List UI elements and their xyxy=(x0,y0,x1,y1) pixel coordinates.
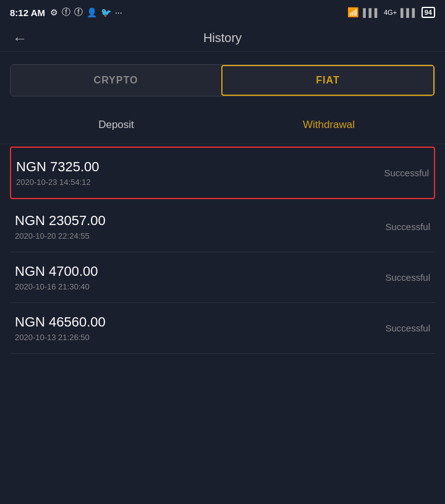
tab-crypto[interactable]: CRYPTO xyxy=(11,65,221,96)
transaction-amount: NGN 4700.00 xyxy=(15,263,98,280)
sub-tabs: Deposit Withdrawal xyxy=(0,109,445,144)
transaction-amount: NGN 7325.00 xyxy=(16,159,100,175)
back-button[interactable]: ← xyxy=(12,30,27,47)
transaction-status: Successful xyxy=(385,323,430,333)
transaction-item[interactable]: NGN 46560.00 2020-10-13 21:26:50 Success… xyxy=(10,303,435,354)
nav-bar: ← History xyxy=(0,25,445,52)
page-title: History xyxy=(203,31,242,45)
status-bar: 8:12 AM ⚙ ⓕ ⓕ 👤 🐦 ··· 📶 ▌▌▌ 4G+ ▌▌▌ 94 xyxy=(0,0,445,25)
4g-label: 4G+ xyxy=(384,9,397,16)
signal-icon: ▌▌▌ xyxy=(363,8,380,17)
facebook-icon: ⓕ xyxy=(62,7,70,18)
transaction-item[interactable]: NGN 23057.00 2020-10-20 22:24:55 Success… xyxy=(10,202,435,252)
subtab-withdrawal[interactable]: Withdrawal xyxy=(222,115,435,135)
transaction-amount: NGN 23057.00 xyxy=(15,213,106,229)
status-time: 8:12 AM xyxy=(10,7,45,18)
transaction-left: NGN 7325.00 2020-10-23 14:54:12 xyxy=(16,159,100,187)
subtab-deposit[interactable]: Deposit xyxy=(10,115,222,135)
battery-indicator: 94 xyxy=(422,7,435,18)
status-icons: ⚙ ⓕ ⓕ 👤 🐦 ··· xyxy=(50,7,122,18)
tab-switcher: CRYPTO FIAT xyxy=(10,64,435,96)
transaction-status: Successful xyxy=(385,221,430,232)
transaction-status: Successful xyxy=(385,272,430,283)
more-icon: ··· xyxy=(115,7,122,17)
transaction-item[interactable]: NGN 4700.00 2020-10-16 21:30:40 Successf… xyxy=(10,252,435,303)
transaction-left: NGN 4700.00 2020-10-16 21:30:40 xyxy=(15,263,98,291)
twitter-icon: 🐦 xyxy=(101,7,111,17)
status-right: 📶 ▌▌▌ 4G+ ▌▌▌ 94 xyxy=(347,7,435,18)
transaction-date: 2020-10-23 14:54:12 xyxy=(16,177,100,187)
battery-level: 94 xyxy=(425,9,432,16)
transaction-item[interactable]: NGN 7325.00 2020-10-23 14:54:12 Successf… xyxy=(10,147,435,199)
signal2-icon: ▌▌▌ xyxy=(400,8,418,17)
gear-icon: ⚙ xyxy=(50,7,58,17)
tab-fiat[interactable]: FIAT xyxy=(221,65,434,96)
transaction-left: NGN 23057.00 2020-10-20 22:24:55 xyxy=(15,213,106,241)
transaction-amount: NGN 46560.00 xyxy=(15,314,106,330)
transaction-list: NGN 7325.00 2020-10-23 14:54:12 Successf… xyxy=(0,147,445,354)
facebook2-icon: ⓕ xyxy=(74,7,83,18)
transaction-date: 2020-10-20 22:24:55 xyxy=(15,231,106,241)
transaction-date: 2020-10-16 21:30:40 xyxy=(15,282,98,291)
transaction-left: NGN 46560.00 2020-10-13 21:26:50 xyxy=(15,314,106,342)
status-left: 8:12 AM ⚙ ⓕ ⓕ 👤 🐦 ··· xyxy=(10,7,122,18)
transaction-date: 2020-10-13 21:26:50 xyxy=(15,333,106,342)
transaction-status: Successful xyxy=(384,168,429,178)
wifi-icon: 📶 xyxy=(347,7,359,18)
user-icon: 👤 xyxy=(87,7,97,17)
